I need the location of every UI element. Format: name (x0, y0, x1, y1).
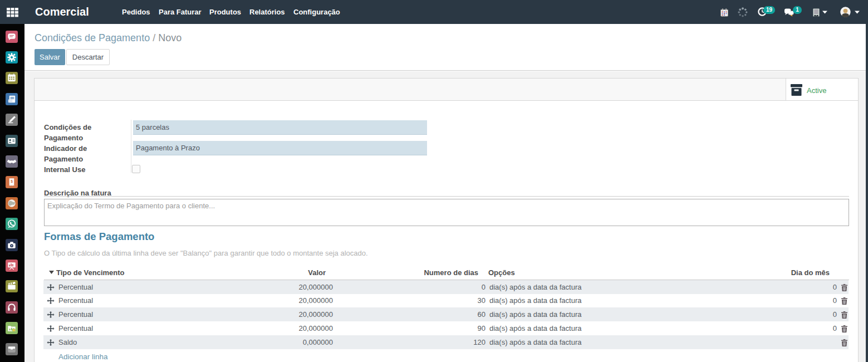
svg-text:$: $ (11, 180, 13, 184)
